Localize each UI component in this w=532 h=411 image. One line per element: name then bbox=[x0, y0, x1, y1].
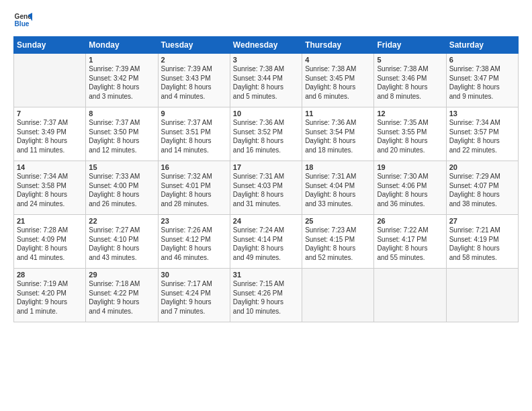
page: General Blue SundayMondayTuesdayWednesda… bbox=[0, 0, 532, 411]
calendar-cell: 16Sunrise: 7:32 AM Sunset: 4:01 PM Dayli… bbox=[158, 161, 230, 215]
logo-icon: General Blue bbox=[13, 11, 32, 30]
day-number: 29 bbox=[89, 271, 154, 279]
day-info: Sunrise: 7:39 AM Sunset: 3:43 PM Dayligh… bbox=[161, 64, 227, 101]
day-info: Sunrise: 7:38 AM Sunset: 3:46 PM Dayligh… bbox=[377, 64, 443, 101]
day-number: 30 bbox=[161, 271, 227, 279]
day-info: Sunrise: 7:37 AM Sunset: 3:50 PM Dayligh… bbox=[89, 118, 154, 154]
day-number: 9 bbox=[161, 109, 227, 118]
calendar-cell: 3Sunrise: 7:38 AM Sunset: 3:44 PM Daylig… bbox=[230, 54, 302, 107]
calendar-cell: 14Sunrise: 7:34 AM Sunset: 3:58 PM Dayli… bbox=[14, 161, 86, 215]
day-number: 19 bbox=[377, 163, 443, 171]
day-info: Sunrise: 7:23 AM Sunset: 4:15 PM Dayligh… bbox=[305, 226, 371, 262]
day-number: 21 bbox=[17, 217, 83, 225]
calendar-cell: 4Sunrise: 7:38 AM Sunset: 3:45 PM Daylig… bbox=[302, 54, 374, 107]
day-info: Sunrise: 7:17 AM Sunset: 4:24 PM Dayligh… bbox=[161, 279, 227, 316]
calendar-cell: 6Sunrise: 7:38 AM Sunset: 3:47 PM Daylig… bbox=[446, 54, 518, 107]
day-info: Sunrise: 7:36 AM Sunset: 3:54 PM Dayligh… bbox=[305, 118, 371, 154]
day-number: 23 bbox=[161, 217, 227, 225]
calendar-cell: 26Sunrise: 7:22 AM Sunset: 4:17 PM Dayli… bbox=[374, 215, 446, 269]
day-number: 17 bbox=[233, 163, 299, 171]
day-number: 6 bbox=[449, 56, 515, 64]
calendar-cell: 25Sunrise: 7:23 AM Sunset: 4:15 PM Dayli… bbox=[302, 215, 374, 269]
day-number: 22 bbox=[89, 217, 154, 225]
day-info: Sunrise: 7:37 AM Sunset: 3:51 PM Dayligh… bbox=[161, 118, 227, 154]
calendar-cell: 22Sunrise: 7:27 AM Sunset: 4:10 PM Dayli… bbox=[86, 215, 158, 269]
header-cell-sunday: Sunday bbox=[14, 37, 86, 54]
calendar-week-1: 1Sunrise: 7:39 AM Sunset: 3:42 PM Daylig… bbox=[14, 54, 519, 107]
calendar-cell: 29Sunrise: 7:18 AM Sunset: 4:22 PM Dayli… bbox=[86, 269, 158, 322]
calendar-cell: 9Sunrise: 7:37 AM Sunset: 3:51 PM Daylig… bbox=[158, 107, 230, 161]
day-info: Sunrise: 7:26 AM Sunset: 4:12 PM Dayligh… bbox=[161, 226, 227, 262]
calendar-cell bbox=[302, 269, 374, 322]
header-cell-monday: Monday bbox=[86, 37, 158, 54]
day-number: 1 bbox=[89, 56, 154, 64]
calendar-cell: 10Sunrise: 7:36 AM Sunset: 3:52 PM Dayli… bbox=[230, 107, 302, 161]
day-info: Sunrise: 7:31 AM Sunset: 4:04 PM Dayligh… bbox=[305, 172, 371, 208]
day-info: Sunrise: 7:18 AM Sunset: 4:22 PM Dayligh… bbox=[89, 279, 154, 316]
day-info: Sunrise: 7:19 AM Sunset: 4:20 PM Dayligh… bbox=[17, 279, 83, 316]
calendar-cell bbox=[374, 269, 446, 322]
day-number: 2 bbox=[161, 56, 227, 64]
day-number: 24 bbox=[233, 217, 299, 225]
day-info: Sunrise: 7:28 AM Sunset: 4:09 PM Dayligh… bbox=[17, 226, 83, 262]
day-info: Sunrise: 7:35 AM Sunset: 3:55 PM Dayligh… bbox=[377, 118, 443, 154]
day-number: 18 bbox=[305, 163, 371, 171]
day-info: Sunrise: 7:22 AM Sunset: 4:17 PM Dayligh… bbox=[377, 226, 443, 262]
calendar-cell: 15Sunrise: 7:33 AM Sunset: 4:00 PM Dayli… bbox=[86, 161, 158, 215]
calendar-cell: 21Sunrise: 7:28 AM Sunset: 4:09 PM Dayli… bbox=[14, 215, 86, 269]
calendar-cell: 20Sunrise: 7:29 AM Sunset: 4:07 PM Dayli… bbox=[446, 161, 518, 215]
header-row: SundayMondayTuesdayWednesdayThursdayFrid… bbox=[14, 37, 519, 54]
day-info: Sunrise: 7:15 AM Sunset: 4:26 PM Dayligh… bbox=[233, 279, 299, 316]
day-number: 14 bbox=[17, 163, 83, 171]
day-number: 28 bbox=[17, 271, 83, 279]
day-info: Sunrise: 7:34 AM Sunset: 3:58 PM Dayligh… bbox=[17, 172, 83, 208]
header-cell-friday: Friday bbox=[374, 37, 446, 54]
day-number: 8 bbox=[89, 109, 154, 118]
day-number: 7 bbox=[17, 109, 83, 118]
header-cell-tuesday: Tuesday bbox=[158, 37, 230, 54]
day-number: 10 bbox=[233, 109, 299, 118]
calendar-week-4: 21Sunrise: 7:28 AM Sunset: 4:09 PM Dayli… bbox=[14, 215, 519, 269]
day-number: 5 bbox=[377, 56, 443, 64]
calendar-cell: 13Sunrise: 7:34 AM Sunset: 3:57 PM Dayli… bbox=[446, 107, 518, 161]
day-number: 13 bbox=[449, 109, 515, 118]
day-info: Sunrise: 7:29 AM Sunset: 4:07 PM Dayligh… bbox=[449, 172, 515, 208]
day-info: Sunrise: 7:30 AM Sunset: 4:06 PM Dayligh… bbox=[377, 172, 443, 208]
day-info: Sunrise: 7:36 AM Sunset: 3:52 PM Dayligh… bbox=[233, 118, 299, 154]
day-number: 4 bbox=[305, 56, 371, 64]
calendar-cell: 1Sunrise: 7:39 AM Sunset: 3:42 PM Daylig… bbox=[86, 54, 158, 107]
calendar-cell: 31Sunrise: 7:15 AM Sunset: 4:26 PM Dayli… bbox=[230, 269, 302, 322]
svg-text:Blue: Blue bbox=[15, 20, 30, 28]
day-number: 11 bbox=[305, 109, 371, 118]
calendar-cell: 19Sunrise: 7:30 AM Sunset: 4:06 PM Dayli… bbox=[374, 161, 446, 215]
day-number: 15 bbox=[89, 163, 154, 171]
day-number: 26 bbox=[377, 217, 443, 225]
calendar-cell: 30Sunrise: 7:17 AM Sunset: 4:24 PM Dayli… bbox=[158, 269, 230, 322]
day-number: 31 bbox=[233, 271, 299, 279]
day-info: Sunrise: 7:27 AM Sunset: 4:10 PM Dayligh… bbox=[89, 226, 154, 262]
header-cell-thursday: Thursday bbox=[302, 37, 374, 54]
calendar-table: SundayMondayTuesdayWednesdayThursdayFrid… bbox=[13, 36, 519, 322]
calendar-body: 1Sunrise: 7:39 AM Sunset: 3:42 PM Daylig… bbox=[14, 54, 519, 322]
logo: General Blue bbox=[13, 11, 32, 30]
day-info: Sunrise: 7:38 AM Sunset: 3:47 PM Dayligh… bbox=[449, 64, 515, 101]
day-info: Sunrise: 7:31 AM Sunset: 4:03 PM Dayligh… bbox=[233, 172, 299, 208]
calendar-cell bbox=[14, 54, 86, 107]
calendar-cell: 11Sunrise: 7:36 AM Sunset: 3:54 PM Dayli… bbox=[302, 107, 374, 161]
calendar-week-5: 28Sunrise: 7:19 AM Sunset: 4:20 PM Dayli… bbox=[14, 269, 519, 322]
day-info: Sunrise: 7:21 AM Sunset: 4:19 PM Dayligh… bbox=[449, 226, 515, 262]
calendar-cell: 27Sunrise: 7:21 AM Sunset: 4:19 PM Dayli… bbox=[446, 215, 518, 269]
header: General Blue bbox=[13, 11, 519, 30]
day-number: 20 bbox=[449, 163, 515, 171]
header-cell-wednesday: Wednesday bbox=[230, 37, 302, 54]
calendar-cell: 17Sunrise: 7:31 AM Sunset: 4:03 PM Dayli… bbox=[230, 161, 302, 215]
calendar-cell bbox=[446, 269, 518, 322]
day-info: Sunrise: 7:39 AM Sunset: 3:42 PM Dayligh… bbox=[89, 64, 154, 101]
calendar-cell: 8Sunrise: 7:37 AM Sunset: 3:50 PM Daylig… bbox=[86, 107, 158, 161]
calendar-week-2: 7Sunrise: 7:37 AM Sunset: 3:49 PM Daylig… bbox=[14, 107, 519, 161]
day-number: 27 bbox=[449, 217, 515, 225]
day-info: Sunrise: 7:32 AM Sunset: 4:01 PM Dayligh… bbox=[161, 172, 227, 208]
calendar-cell: 7Sunrise: 7:37 AM Sunset: 3:49 PM Daylig… bbox=[14, 107, 86, 161]
calendar-cell: 23Sunrise: 7:26 AM Sunset: 4:12 PM Dayli… bbox=[158, 215, 230, 269]
calendar-cell: 24Sunrise: 7:24 AM Sunset: 4:14 PM Dayli… bbox=[230, 215, 302, 269]
